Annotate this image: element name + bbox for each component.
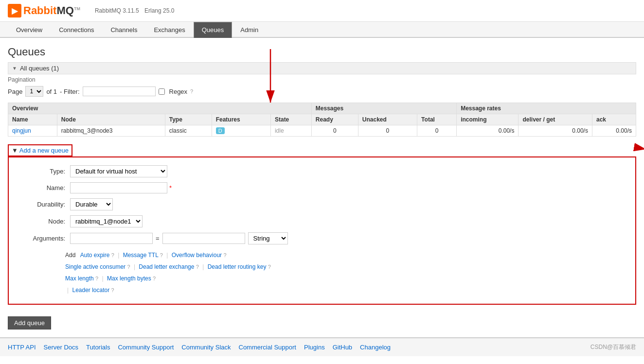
- message-rates-group-header: Message rates: [457, 103, 636, 114]
- durability-select[interactable]: Durable Transient: [70, 198, 113, 210]
- regex-checkbox[interactable]: [159, 88, 165, 95]
- page-select[interactable]: 1: [25, 86, 43, 97]
- overview-group-header: Overview: [8, 103, 312, 114]
- add-queue-form: Type: Default for virtual host Classic Q…: [8, 156, 636, 305]
- add-dead-letter-routing-key[interactable]: Dead letter routing key: [208, 263, 267, 270]
- form-row-node: Node: rabbitmq_1@node1 rabbitmq_2@node2 …: [17, 215, 627, 227]
- args-type-select[interactable]: String Number Boolean: [248, 232, 288, 244]
- col-unacked: Unacked: [358, 114, 417, 125]
- all-queues-label: All queues (1): [20, 65, 59, 72]
- regex-help-icon[interactable]: ?: [190, 88, 193, 94]
- queue-ready: 0: [311, 125, 358, 137]
- dle-help[interactable]: ?: [196, 264, 199, 270]
- footer-community-support[interactable]: Community Support: [118, 344, 174, 351]
- queue-name: qingjun: [8, 125, 57, 137]
- nav-connections[interactable]: Connections: [51, 22, 102, 38]
- add-queue-toggle[interactable]: ▼: [12, 147, 18, 154]
- logo-tm: TM: [74, 6, 80, 11]
- add-overflow-behaviour[interactable]: Overflow behaviour: [172, 252, 222, 259]
- footer-server-docs[interactable]: Server Docs: [44, 344, 79, 351]
- pagination-label: Pagination: [8, 76, 636, 83]
- add-single-active-consumer[interactable]: Single active consumer: [65, 263, 125, 270]
- logo: ▶ RabbitMQTM: [8, 4, 80, 17]
- type-select[interactable]: Default for virtual host Classic Quorum …: [70, 165, 167, 177]
- regex-label: Regex: [169, 88, 188, 95]
- form-row-type: Type: Default for virtual host Classic Q…: [17, 165, 627, 177]
- version-info: RabbitMQ 3.11.5 Erlang 25.0: [95, 7, 178, 14]
- add-queue-button[interactable]: Add queue: [8, 316, 51, 329]
- message-ttl-help[interactable]: ?: [160, 252, 163, 258]
- nav-exchanges[interactable]: Exchanges: [145, 22, 193, 38]
- of-label: of 1: [46, 88, 57, 95]
- footer-plugins[interactable]: Plugins: [304, 344, 325, 351]
- queue-state: idle: [270, 125, 311, 137]
- filter-input[interactable]: [83, 87, 156, 96]
- queue-node: rabbitmq_3@node3: [57, 125, 165, 137]
- auto-expire-help[interactable]: ?: [111, 252, 114, 258]
- args-equals: =: [156, 235, 160, 242]
- col-node: Node: [57, 114, 165, 125]
- footer-credit: CSDN@百慕倾君: [590, 343, 636, 351]
- queue-unacked: 0: [358, 125, 417, 137]
- queue-deliver-get: 0.00/s: [519, 125, 592, 137]
- toggle-icon[interactable]: ▼: [12, 66, 17, 71]
- col-total: Total: [417, 114, 457, 125]
- page-title: Queues: [8, 46, 636, 58]
- node-select[interactable]: rabbitmq_1@node1 rabbitmq_2@node2 rabbit…: [70, 215, 143, 227]
- table-row: qingjun rabbitmq_3@node3 classic D idle …: [8, 125, 636, 137]
- queue-name-link[interactable]: qingjun: [12, 127, 31, 134]
- main-content: Queues ▼ All queues (1) Pagination Page …: [0, 38, 644, 337]
- args-val-input[interactable]: [162, 233, 245, 244]
- dlrk-help[interactable]: ?: [268, 264, 271, 270]
- footer-commercial-support[interactable]: Commercial Support: [239, 344, 297, 351]
- add-max-length[interactable]: Max length: [65, 275, 94, 282]
- footer-github[interactable]: GitHub: [333, 344, 352, 351]
- queue-name-input[interactable]: [70, 182, 167, 193]
- nav-queues[interactable]: Queues: [194, 22, 233, 38]
- add-links: Add Auto expire ? | Message TTL ? | Over…: [65, 249, 627, 296]
- footer-tutorials[interactable]: Tutorials: [86, 344, 110, 351]
- feature-badge-d: D: [216, 127, 225, 134]
- node-label: Node:: [17, 218, 65, 225]
- form-row-arguments: Arguments: = String Number Boolean: [17, 232, 627, 244]
- nav-channels[interactable]: Channels: [102, 22, 145, 38]
- arguments-label: Arguments:: [17, 235, 65, 242]
- args-key-input[interactable]: [70, 233, 153, 244]
- single-active-help[interactable]: ?: [127, 264, 130, 270]
- page-label: Page: [8, 88, 22, 95]
- col-ready: Ready: [311, 114, 358, 125]
- add-prefix-label: Add: [65, 252, 75, 259]
- nav-overview[interactable]: Overview: [8, 22, 51, 38]
- queue-type: classic: [165, 125, 212, 137]
- pagination-row: Page 1 of 1 - Filter: Regex ?: [8, 86, 636, 97]
- add-queue-section-label: Add a new queue: [19, 147, 69, 154]
- col-name: Name: [8, 114, 57, 125]
- col-ack: ack: [592, 114, 636, 125]
- nav-admin[interactable]: Admin: [232, 22, 267, 38]
- erlang-version: Erlang 25.0: [144, 7, 174, 14]
- footer-changelog[interactable]: Changelog: [360, 344, 391, 351]
- add-dead-letter-exchange[interactable]: Dead letter exchange: [139, 263, 194, 270]
- leader-locator-help[interactable]: ?: [111, 287, 114, 293]
- add-message-ttl[interactable]: Message TTL: [123, 252, 159, 259]
- form-row-name: Name: *: [17, 182, 627, 193]
- footer-community-slack[interactable]: Community Slack: [181, 344, 231, 351]
- logo-text: RabbitMQTM: [23, 4, 80, 17]
- rabbitmq-version: RabbitMQ 3.11.5: [95, 7, 139, 14]
- add-leader-locator[interactable]: Leader locator: [72, 287, 109, 294]
- queue-total: 0: [417, 125, 457, 137]
- footer-http-api[interactable]: HTTP API: [8, 344, 36, 351]
- max-length-bytes-help[interactable]: ?: [153, 276, 156, 281]
- add-auto-expire[interactable]: Auto expire: [80, 252, 110, 259]
- queue-ack: 0.00/s: [592, 125, 636, 137]
- type-label: Type:: [17, 168, 65, 175]
- name-label: Name:: [17, 184, 65, 191]
- add-max-length-bytes[interactable]: Max length bytes: [107, 275, 151, 282]
- header: ▶ RabbitMQTM RabbitMQ 3.11.5 Erlang 25.0: [0, 0, 644, 22]
- max-length-help[interactable]: ?: [95, 276, 98, 281]
- col-state: State: [270, 114, 311, 125]
- state-idle: idle: [275, 127, 284, 134]
- overflow-help[interactable]: ?: [223, 252, 226, 258]
- col-features: Features: [212, 114, 270, 125]
- queues-table: Overview Messages Message rates Name Nod…: [8, 103, 636, 137]
